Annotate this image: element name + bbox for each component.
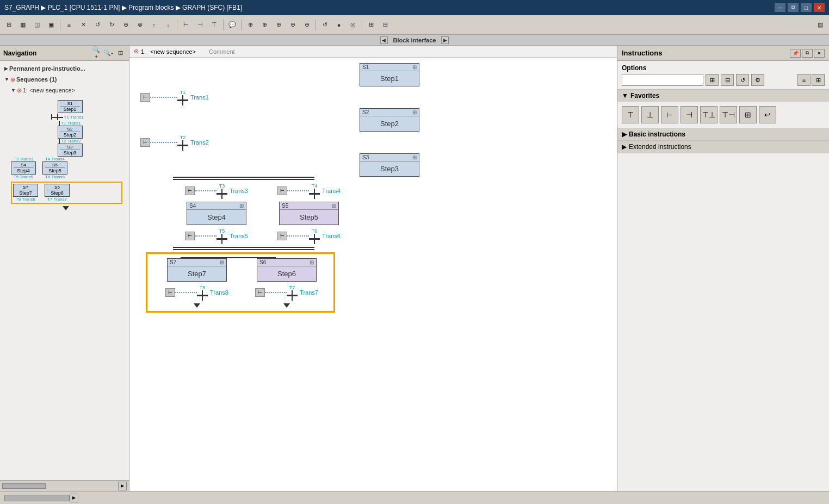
instructions-close-button[interactable]: ✕ <box>814 49 825 58</box>
toolbar-btn-16[interactable]: 💬 <box>226 18 239 32</box>
toolbar-btn-14[interactable]: ⊣ <box>194 18 207 32</box>
fav-item-4[interactable]: ⊣ <box>680 106 698 123</box>
toolbar-btn-4[interactable]: ▣ <box>45 18 58 32</box>
trans-t6-connector[interactable]: ⊢ <box>277 232 287 240</box>
fav-item-1[interactable]: ⊤ <box>622 106 639 123</box>
step-s1[interactable]: S1 ⊞ Step1 <box>360 63 419 86</box>
step-s6-grid-icon: ⊞ <box>310 259 314 265</box>
nav-item-seq1[interactable]: ▼ ⊗ 1: <new sequence> <box>0 85 129 96</box>
basic-instructions-header[interactable]: ▶ Basic instructions <box>617 128 829 140</box>
options-btn-4[interactable]: ⚙ <box>751 74 764 86</box>
restore-button[interactable]: ⧉ <box>788 3 799 12</box>
nav-fit-button[interactable]: ⊡ <box>115 48 126 59</box>
expand-icon: ▶ <box>2 66 8 71</box>
toolbar-separator-2 <box>177 20 177 30</box>
step-s7[interactable]: S7 ⊞ Step7 <box>167 258 227 282</box>
fav-item-5[interactable]: ⊤⊥ <box>700 106 717 123</box>
toolbar-btn-last[interactable]: ▤ <box>814 18 827 32</box>
options-search-input[interactable] <box>622 74 703 86</box>
trans-t3-connector[interactable]: ⊢ <box>185 186 195 195</box>
toolbar-btn-7[interactable]: ↺ <box>91 18 104 32</box>
toolbar-btn-3[interactable]: ◫ <box>30 18 44 32</box>
options-btn-2[interactable]: ⊟ <box>721 74 734 86</box>
options-btn-3[interactable]: ↺ <box>736 74 749 86</box>
trans-t3-row: ⊢ T3 Trans3 <box>185 180 248 202</box>
toolbar-btn-19[interactable]: ⊕ <box>272 18 285 32</box>
sfc-s2-group: S2 ⊞ Step2 <box>173 108 606 132</box>
nav-step-s2[interactable]: S2 Step2 <box>58 126 83 139</box>
toolbar-btn-15[interactable]: ⊤ <box>208 18 221 32</box>
trans-t2-connector[interactable]: ⊢ <box>140 138 150 147</box>
close-button[interactable]: ✕ <box>814 3 825 12</box>
fav-item-3[interactable]: ⊢ <box>661 106 678 123</box>
toolbar-btn-2[interactable]: ▦ <box>16 18 29 32</box>
extended-instructions-label: Extended instructions <box>629 143 691 151</box>
trans-t4-connector[interactable]: ⊢ <box>277 186 287 195</box>
toolbar-btn-24[interactable]: ◎ <box>347 18 360 32</box>
view-list-button[interactable]: ≡ <box>797 74 811 86</box>
trans-t1-connector[interactable]: ⊢ <box>140 93 150 102</box>
nav-panel: Navigation 🔍+ 🔍- ⊡ ▶ Permanent pre-instr… <box>0 46 129 491</box>
nav-step-s7[interactable]: S7 Step7 <box>13 184 38 197</box>
toolbar-btn-22[interactable]: ↺ <box>318 18 331 32</box>
canvas-area[interactable]: ⊗ 1: <new sequence> Comment S1 ⊞ Step1 <box>129 46 617 491</box>
toolbar-btn-5[interactable]: ≡ <box>63 18 76 32</box>
step-s4[interactable]: S4 ⊞ Step4 <box>187 202 246 225</box>
nav-zoom-out-button[interactable]: 🔍- <box>103 48 114 59</box>
fav-item-6[interactable]: ⊤⊣ <box>720 106 737 123</box>
toolbar-btn-8[interactable]: ↻ <box>105 18 118 32</box>
nav-scroll-right[interactable]: ▶ <box>118 482 127 490</box>
toolbar-btn-11[interactable]: ↑ <box>147 18 160 32</box>
nav-title: Navigation <box>3 49 36 57</box>
instructions-float-button[interactable]: ⧉ <box>802 49 813 58</box>
vl <box>221 189 222 193</box>
tab-next-button[interactable]: ▶ <box>441 36 449 44</box>
fav-item-8[interactable]: ↩ <box>759 106 776 123</box>
toolbar-btn-17[interactable]: ⊕ <box>244 18 257 32</box>
toolbar-btn-6[interactable]: ✕ <box>77 18 90 32</box>
fav-item-7[interactable]: ⊞ <box>739 106 757 123</box>
statusbar-scroll-right[interactable]: ▶ <box>70 494 78 502</box>
trans-t5-connector[interactable]: ⊢ <box>185 232 195 240</box>
step-s2[interactable]: S2 ⊞ Step2 <box>360 108 419 132</box>
maximize-button[interactable]: □ <box>801 3 812 12</box>
nav-scrollbar[interactable]: ▶ <box>0 480 129 491</box>
titlebar: S7_GRAPH ▶ PLC_1 [CPU 1511-1 PN] ▶ Progr… <box>0 0 829 15</box>
trans-t8-connector[interactable]: ⊢ <box>165 288 175 297</box>
instructions-pin-button[interactable]: 📌 <box>790 49 801 58</box>
trans-t7-connector[interactable]: ⊢ <box>255 288 265 297</box>
step-s6-id: S6 <box>259 259 266 265</box>
toolbar-btn-9[interactable]: ⊕ <box>119 18 132 32</box>
toolbar-btn-23[interactable]: ● <box>332 18 345 32</box>
toolbar-btn-1[interactable]: ⊞ <box>2 18 15 32</box>
toolbar-btn-25[interactable]: ⊞ <box>364 18 378 32</box>
nav-step-s5[interactable]: S5 Step5 <box>42 161 67 175</box>
nav-item-permanent[interactable]: ▶ Permanent pre-instructio... <box>0 63 129 74</box>
favorites-header[interactable]: ▼ Favorites <box>617 90 829 102</box>
nav-item-sequences[interactable]: ▼ ⊗ Sequences (1) <box>0 74 129 85</box>
trans-t5-id: T5 <box>219 228 225 234</box>
step-s5[interactable]: S5 ⊞ Step5 <box>279 202 339 225</box>
toolbar-btn-18[interactable]: ⊕ <box>258 18 271 32</box>
step-s6[interactable]: S6 ⊞ Step6 <box>257 258 317 282</box>
tab-prev-button[interactable]: ◀ <box>380 36 388 44</box>
nav-step-s4[interactable]: S4 Step4 <box>11 161 36 175</box>
options-btn-1[interactable]: ⊞ <box>706 74 719 86</box>
view-grid-button[interactable]: ⊞ <box>812 74 825 86</box>
toolbar-btn-26[interactable]: ⊟ <box>379 18 392 32</box>
toolbar-btn-13[interactable]: ⊢ <box>180 18 193 32</box>
nav-zoom-in-button[interactable]: 🔍+ <box>91 48 102 59</box>
statusbar-scroll[interactable] <box>4 495 70 501</box>
fav-item-2[interactable]: ⊥ <box>641 106 659 123</box>
toolbar-btn-12[interactable]: ↓ <box>162 18 175 32</box>
toolbar-btn-21[interactable]: ⊕ <box>300 18 313 32</box>
extended-instructions-header[interactable]: ▶ Extended instructions <box>617 141 829 153</box>
minimize-button[interactable]: ─ <box>775 3 785 12</box>
nav-step-s1[interactable]: S1 Step1 <box>58 100 83 113</box>
toolbar-btn-20[interactable]: ⊕ <box>286 18 299 32</box>
nav-scroll-handle[interactable] <box>2 483 46 489</box>
step-s3[interactable]: S3 ⊞ Step3 <box>360 153 419 177</box>
nav-step-s3[interactable]: S3 Step3 <box>58 144 83 157</box>
toolbar-btn-10[interactable]: ⊗ <box>133 18 146 32</box>
nav-step-s6[interactable]: S6 Step6 <box>45 184 70 197</box>
